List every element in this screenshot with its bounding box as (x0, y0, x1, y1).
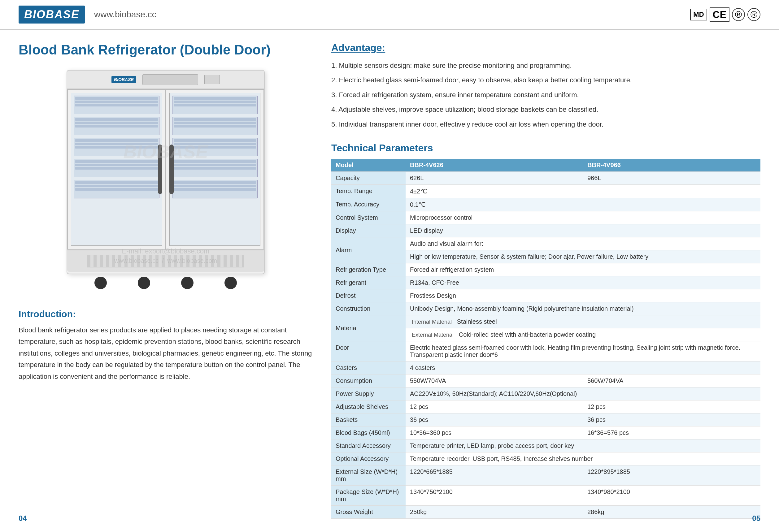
advantage-item-2: 2. Electric heated glass semi-foamed doo… (331, 74, 761, 86)
caster-4 (225, 277, 237, 289)
alarm-val1: Audio and visual alarm for: (406, 237, 761, 250)
refrigerant-label: Refrigerant (331, 276, 406, 289)
blood-bags-col2: 16*36=576 pcs (583, 426, 761, 439)
baskets-label: Baskets (331, 413, 406, 426)
opt-accessory-label: Optional Accessory (331, 452, 406, 465)
defrost-label: Defrost (331, 289, 406, 302)
temp-range-val: 4±2℃ (406, 185, 761, 198)
table-row-ext-size: External Size (W*D*H) mm 1220*665*1885 1… (331, 465, 761, 485)
advantage-list: 1. Multiple sensors design: make sure th… (331, 60, 761, 130)
table-row-gross-weight: Gross Weight 250kg 286kg (331, 506, 761, 518)
refrig-type-label: Refrigeration Type (331, 263, 406, 276)
opt-accessory-val: Temperature recorder, USB port, RS485, I… (406, 452, 761, 465)
vent-area (87, 255, 245, 267)
table-row-display: Display LED display (331, 224, 761, 237)
fridge-bottom (67, 250, 264, 272)
advantage-item-5: 5. Individual transparent inner door, ef… (331, 119, 761, 130)
table-row-temp-accuracy: Temp. Accuracy 0.1℃ (331, 198, 761, 211)
fridge-door-left (67, 89, 166, 250)
table-row-temp-range: Temp. Range 4±2℃ (331, 185, 761, 198)
table-row-consumption: Consumption 550W/704VA 560W/704VA (331, 374, 761, 387)
door-val: Electric heated glass semi-foamed door w… (406, 341, 761, 361)
refrig-type-val: Forced air refrigeration system (406, 263, 761, 276)
pkg-size-col2: 1340*980*2100 (583, 485, 761, 506)
table-row-construction: Construction Unibody Design, Mono-assemb… (331, 302, 761, 315)
display-label: Display (331, 224, 406, 237)
consumption-col1: 550W/704VA (406, 374, 583, 387)
ext-size-label: External Size (W*D*H) mm (331, 465, 406, 485)
casters-label: Casters (331, 361, 406, 374)
temp-accuracy-val: 0.1℃ (406, 198, 761, 211)
table-row-power-supply: Power Supply AC220V±10%, 50Hz(Standard);… (331, 387, 761, 400)
door-glass-left (71, 93, 162, 246)
ext-size-col1: 1220*665*1885 (406, 465, 583, 485)
display-val: LED display (406, 224, 761, 237)
table-row-refrigerant: Refrigerant R134a, CFC-Free (331, 276, 761, 289)
material-label: Material (331, 315, 406, 341)
consumption-label: Consumption (331, 374, 406, 387)
door-handle-right (169, 144, 174, 194)
adj-shelves-label: Adjustable Shelves (331, 400, 406, 413)
intro-text: Blood bank refrigerator series products … (18, 324, 313, 382)
model-col2-cell: BBR-4V966 (583, 159, 761, 172)
table-row-refrig-type: Refrigeration Type Forced air refrigerat… (331, 263, 761, 276)
construction-label: Construction (331, 302, 406, 315)
display-panel (142, 74, 198, 85)
door-glass-right (169, 93, 261, 246)
table-row-defrost: Defrost Frostless Design (331, 289, 761, 302)
fridge-doors (67, 89, 264, 250)
logo: BIOBASE (18, 6, 85, 23)
gross-weight-col2: 286kg (583, 506, 761, 518)
capacity-label: Capacity (331, 172, 406, 185)
capacity-col1: 626L (406, 172, 583, 185)
temp-range-label: Temp. Range (331, 185, 406, 198)
advantage-item-3: 3. Forced air refrigeration system, ensu… (331, 89, 761, 101)
ce-cert: CE (710, 7, 729, 22)
gross-weight-label: Gross Weight (331, 506, 406, 518)
right-column: Advantage: 1. Multiple sensors design: m… (331, 42, 761, 520)
external-material-row: External Material Cold-rolled steel with… (406, 328, 761, 341)
header-left: BIOBASE www.biobase.cc (18, 6, 156, 23)
pkg-size-col1: 1340*750*2100 (406, 485, 583, 506)
cert-icons: MD CE ® ® (690, 7, 761, 22)
temp-accuracy-label: Temp. Accuracy (331, 198, 406, 211)
intro-title: Introduction: (18, 309, 313, 319)
power-supply-val: AC220V±10%, 50Hz(Standard); AC110/220V,6… (406, 387, 761, 400)
alarm-label: Alarm (331, 237, 406, 263)
refrigerant-val: R134a, CFC-Free (406, 276, 761, 289)
std-accessory-val: Temperature printer, LED lamp, probe acc… (406, 439, 761, 452)
fridge-door-right (166, 89, 264, 250)
control-system-val: Microprocessor control (406, 211, 761, 224)
table-row-control-system: Control System Microprocessor control (331, 211, 761, 224)
reg-cert-1: ® (732, 8, 745, 21)
table-row-door: Door Electric heated glass semi-foamed d… (331, 341, 761, 361)
introduction-section: Introduction: Blood bank refrigerator se… (18, 309, 313, 382)
page-number-left: 04 (18, 514, 27, 523)
control-system-label: Control System (331, 211, 406, 224)
adj-shelves-col2: 12 pcs (583, 400, 761, 413)
table-row-adj-shelves: Adjustable Shelves 12 pcs 12 pcs (331, 400, 761, 413)
table-row-casters: Casters 4 casters (331, 361, 761, 374)
blood-bags-label: Blood Bags (450ml) (331, 426, 406, 439)
page-header: BIOBASE www.biobase.cc MD CE ® ® (0, 0, 779, 30)
fridge-illustration: BIOBASE (67, 70, 265, 274)
product-image-section: BIOBASE (18, 70, 313, 290)
model-col1-cell: BBR-4V626 (406, 159, 583, 172)
page-number-right: 05 (752, 514, 761, 523)
tech-params-title: Technical Parameters (331, 142, 761, 154)
tech-params-table: Model BBR-4V626 BBR-4V966 Capacity 626L … (331, 159, 761, 519)
table-row-alarm: Alarm Audio and visual alarm for: (331, 237, 761, 250)
ext-size-col2: 1220*895*1885 (583, 465, 761, 485)
website-url: www.biobase.cc (94, 10, 156, 19)
casters-val: 4 casters (406, 361, 761, 374)
reg-cert-2: ® (747, 8, 761, 21)
fridge-top-panel: BIOBASE (67, 71, 264, 89)
advantage-item-4: 4. Adjustable shelves, improve space uti… (331, 104, 761, 115)
advantage-title: Advantage: (331, 42, 761, 54)
power-supply-label: Power Supply (331, 387, 406, 400)
table-row-blood-bags: Blood Bags (450ml) 10*36=360 pcs 16*36=5… (331, 426, 761, 439)
logo-text: BIOBASE (24, 8, 79, 21)
table-row-capacity: Capacity 626L 966L (331, 172, 761, 185)
internal-material-row: Internal Material Stainless steel (406, 315, 761, 328)
door-label: Door (331, 341, 406, 361)
